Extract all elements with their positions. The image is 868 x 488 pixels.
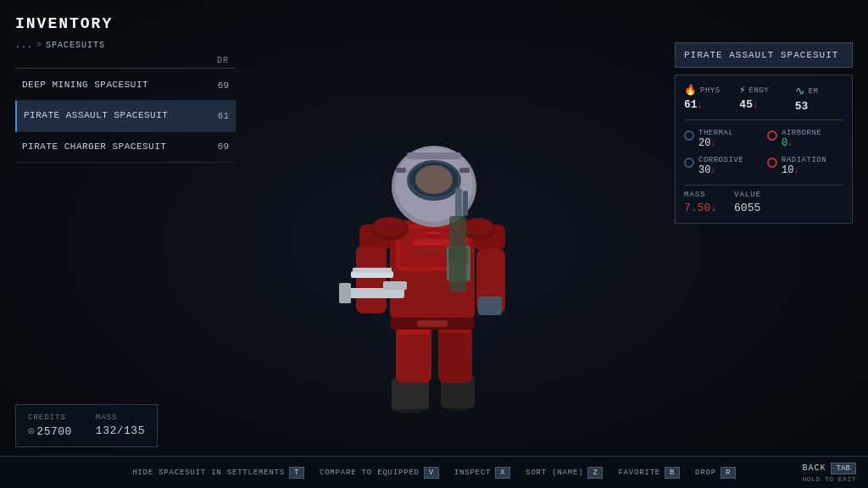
inventory-list: DEEP MINING SPACESUIT 69 PIRATE ASSAULT … — [15, 70, 236, 163]
hide-spacesuit-action[interactable]: HIDE SPACESUIT IN SETTLEMENTS T — [132, 467, 304, 479]
value-stat-label: VALUE — [734, 191, 761, 199]
thermal-label: THERMAL — [698, 129, 733, 137]
radiation-stat: RADIATION 10↓ — [767, 156, 843, 176]
radiation-value: 10↓ — [782, 164, 826, 176]
corrosive-label: CORROSIVE — [698, 156, 743, 164]
bottom-action-bar: HIDE SPACESUIT IN SETTLEMENTS T COMPARE … — [0, 456, 868, 488]
phys-value: 61↓ — [684, 98, 703, 111]
airborne-label: AIRBORNE — [782, 129, 821, 137]
item-name: PIRATE ASSAULT SPACESUIT — [24, 109, 168, 122]
em-label: EM — [809, 87, 819, 96]
character-svg — [315, 42, 553, 432]
hide-spacesuit-label: HIDE SPACESUIT IN SETTLEMENTS — [132, 469, 285, 477]
value-block: VALUE 6055 — [734, 191, 761, 214]
phys-icon: 🔥 — [684, 84, 697, 97]
airborne-value: 0↓ — [782, 137, 821, 149]
engy-label: ENGY — [749, 86, 770, 95]
list-header-dr: DR — [217, 56, 229, 65]
sort-key: Z — [587, 467, 603, 479]
svg-rect-21 — [383, 281, 407, 290]
left-panel: INVENTORY ... > SPACESUITS DR DEEP MININ… — [15, 15, 236, 163]
list-item-selected[interactable]: PIRATE ASSAULT SPACESUIT 61 — [15, 101, 236, 131]
inspect-label: INSPECT — [454, 469, 491, 477]
hide-spacesuit-key: T — [289, 467, 304, 479]
sort-action[interactable]: SORT (NAME) Z — [526, 467, 603, 479]
credits-icon: ⊙ — [28, 425, 35, 438]
svg-rect-14 — [417, 249, 448, 254]
item-dr: 61 — [203, 111, 229, 121]
em-stat: ∿ EM 53 — [795, 84, 843, 113]
item-dr: 69 — [203, 141, 229, 152]
credits-value: ⊙25700 — [28, 424, 72, 438]
character-figure — [315, 42, 553, 432]
inventory-title: INVENTORY — [15, 15, 236, 32]
drop-action[interactable]: DROP R — [695, 467, 736, 479]
phys-label: PHYS — [700, 86, 721, 95]
mass-stat-label: MASS — [684, 191, 717, 199]
svg-rect-26 — [478, 297, 502, 315]
top-stats-row: 🔥 PHYS 61↓ ⚡ ENGY 45↓ ∿ EM — [684, 84, 843, 120]
svg-rect-20 — [339, 283, 351, 303]
compare-key: V — [424, 467, 439, 479]
thermal-dot — [684, 130, 694, 141]
breadcrumb-current: SPACESUITS — [46, 41, 105, 50]
mass-value: 132/135 — [96, 424, 145, 437]
value-stat-value: 6055 — [734, 202, 761, 214]
em-value: 53 — [795, 100, 809, 113]
svg-rect-41 — [463, 191, 468, 216]
back-label: BACK — [803, 463, 826, 473]
bottom-left-stats: CREDITS ⊙25700 MASS 132/135 — [15, 404, 158, 447]
svg-rect-43 — [417, 320, 448, 327]
credits-block: CREDITS ⊙25700 — [28, 413, 72, 438]
svg-point-30 — [464, 219, 492, 236]
svg-rect-38 — [459, 168, 470, 173]
inspect-key: X — [495, 467, 510, 479]
engy-stat: ⚡ ENGY 45↓ — [739, 84, 787, 113]
back-key: TAB — [831, 463, 856, 474]
mass-stat-value: 7.50↓ — [684, 202, 717, 214]
item-name: DEEP MINING SPACESUIT — [22, 79, 148, 92]
breadcrumb-arrow: > — [36, 41, 42, 50]
svg-point-36 — [415, 165, 453, 194]
back-sub: HOLD TO EXIT — [802, 475, 856, 483]
drop-key: R — [721, 467, 736, 479]
mass-block: MASS 7.50↓ — [684, 191, 717, 214]
svg-rect-23 — [353, 268, 392, 273]
corrosive-value: 30↓ — [698, 164, 743, 176]
character-preview — [273, 34, 595, 441]
corrosive-stat: CORROSIVE 30↓ — [684, 156, 760, 176]
back-button[interactable]: BACK TAB HOLD TO EXIT — [802, 463, 856, 483]
engy-icon: ⚡ — [739, 84, 745, 97]
stats-box: 🔥 PHYS 61↓ ⚡ ENGY 45↓ ∿ EM — [675, 75, 853, 224]
compare-action[interactable]: COMPARE TO EQUIPPED V — [320, 467, 439, 479]
inspect-action[interactable]: INSPECT X — [454, 467, 510, 479]
svg-rect-18 — [356, 246, 387, 313]
sort-label: SORT (NAME) — [526, 469, 583, 477]
mass-label: MASS — [96, 413, 145, 422]
airborne-stat: AIRBORNE 0↓ — [767, 129, 843, 149]
favorite-action[interactable]: FAVORITE B — [618, 467, 680, 479]
svg-rect-44 — [449, 216, 466, 292]
svg-rect-37 — [396, 168, 406, 173]
radiation-label: RADIATION — [782, 156, 826, 164]
list-item[interactable]: PIRATE CHARGER SPACESUIT 69 — [15, 132, 236, 163]
credits-label: CREDITS — [28, 413, 72, 422]
breadcrumb: ... > SPACESUITS — [15, 41, 236, 50]
favorite-label: FAVORITE — [618, 469, 660, 477]
list-header: DR — [15, 53, 236, 69]
item-name: PIRATE CHARGER SPACESUIT — [22, 141, 166, 153]
thermal-value: 20↓ — [698, 137, 733, 149]
drop-label: DROP — [695, 469, 716, 477]
favorite-key: B — [665, 467, 680, 479]
breadcrumb-parent: ... — [15, 41, 33, 50]
svg-rect-40 — [455, 188, 462, 218]
em-icon: ∿ — [795, 84, 805, 98]
corrosive-dot — [684, 158, 694, 168]
grid-stats: THERMAL 20↓ AIRBORNE 0↓ CORROS — [684, 129, 843, 176]
list-item[interactable]: DEEP MINING SPACESUIT 69 — [15, 70, 236, 101]
compare-label: COMPARE TO EQUIPPED — [320, 469, 420, 477]
svg-point-28 — [374, 218, 406, 236]
item-title: PIRATE ASSAULT SPACESUIT — [684, 50, 843, 60]
item-dr: 69 — [203, 80, 229, 91]
right-panel: PIRATE ASSAULT SPACESUIT 🔥 PHYS 61↓ ⚡ EN… — [675, 42, 853, 224]
